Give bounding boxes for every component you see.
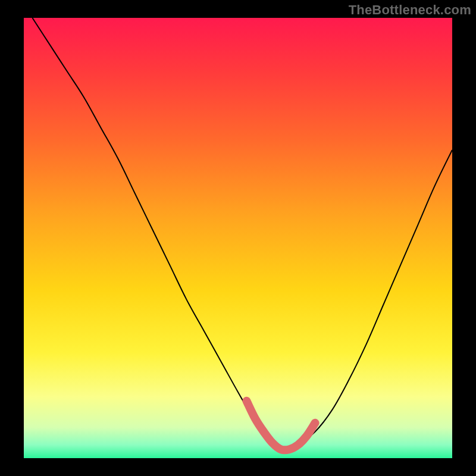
- attribution-label: TheBottleneck.com: [349, 2, 471, 18]
- frame-left: [0, 0, 24, 476]
- frame-right: [452, 0, 476, 476]
- bottleneck-chart: [0, 0, 476, 476]
- chart-frame: TheBottleneck.com: [0, 0, 476, 476]
- frame-bottom: [0, 458, 476, 476]
